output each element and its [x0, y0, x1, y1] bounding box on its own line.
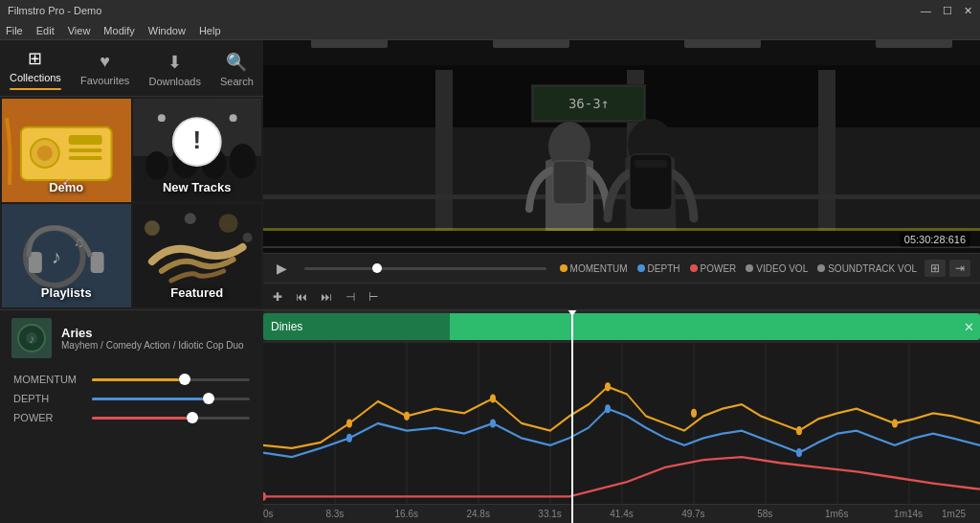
- video-vol-dot: [746, 264, 753, 272]
- momentum-fill: [92, 378, 179, 381]
- legend-depth: DEPTH: [637, 263, 680, 274]
- grid-view-button[interactable]: ⊞: [924, 260, 946, 277]
- favourites-icon: ♥: [100, 52, 110, 72]
- grid-item-playlists[interactable]: ♪ ♫ Playlists: [2, 204, 131, 307]
- tab-favourites[interactable]: ♥ Favourites: [73, 50, 137, 88]
- timeline-controls: ▶ MOMENTUM DEPTH POWER: [263, 253, 980, 284]
- svg-rect-51: [635, 160, 667, 168]
- svg-text:♫: ♫: [74, 235, 83, 250]
- time-1m14: 1m14s: [894, 509, 923, 519]
- tab-downloads[interactable]: ⬇ Downloads: [141, 50, 208, 89]
- in-point-button[interactable]: ⊣: [345, 290, 355, 304]
- legend: MOMENTUM DEPTH POWER VIDEO VOL SOUNDTRAC…: [560, 263, 917, 274]
- svg-point-68: [490, 394, 496, 402]
- legend-momentum-label: MOMENTUM: [570, 263, 628, 274]
- time-1m25: 1m25: [942, 509, 966, 519]
- time-58: 58s: [757, 509, 772, 519]
- menu-help[interactable]: Help: [199, 25, 221, 36]
- legend-soundtrack-vol-label: SOUNDTRACK VOL: [828, 263, 917, 274]
- time-8: 8.3s: [325, 509, 344, 519]
- svg-point-75: [605, 404, 611, 413]
- time-ruler: 0s 8.3s 16.6s 24.8s 33.1s 41.4s 49.7s 58…: [263, 504, 980, 523]
- track-lane: Dinies ✕: [263, 310, 980, 343]
- menu-window[interactable]: Window: [148, 25, 186, 36]
- momentum-track[interactable]: [92, 378, 250, 381]
- svg-point-67: [404, 412, 410, 421]
- tab-search-label: Search: [220, 76, 254, 87]
- expand-button[interactable]: ⇥: [949, 260, 970, 277]
- legend-momentum: MOMENTUM: [560, 263, 628, 274]
- grid-item-demo[interactable]: 🎸 Demo: [2, 99, 131, 202]
- time-0: 0s: [263, 509, 274, 519]
- time-41: 41.4s: [610, 509, 633, 519]
- playlists-label: Playlists: [41, 285, 92, 300]
- playhead-dot[interactable]: [372, 263, 382, 273]
- svg-rect-39: [311, 40, 388, 48]
- main-layout: ⊞ Collections ♥ Favourites ⬇ Downloads 🔍…: [0, 40, 980, 523]
- out-point-button[interactable]: ⊢: [368, 290, 378, 304]
- svg-text:36-3↑: 36-3↑: [568, 96, 609, 111]
- svg-point-71: [796, 426, 802, 435]
- svg-rect-53: [263, 231, 980, 253]
- album-art: ♪: [11, 318, 52, 358]
- collections-icon: ⊞: [28, 48, 42, 69]
- legend-power: POWER: [690, 263, 737, 274]
- maximize-button[interactable]: ☐: [943, 5, 952, 17]
- demo-label: Demo: [49, 180, 83, 194]
- video-frame: 36-3↑: [263, 40, 980, 253]
- play-button[interactable]: ▶: [273, 259, 291, 278]
- power-track[interactable]: [92, 417, 250, 420]
- legend-depth-label: DEPTH: [648, 263, 680, 274]
- svg-rect-48: [553, 161, 587, 204]
- svg-point-66: [346, 419, 352, 427]
- svg-point-14: [157, 114, 165, 122]
- video-timestamp: 05:30:28:616: [900, 232, 970, 247]
- depth-fill: [92, 398, 203, 400]
- close-button[interactable]: ✕: [964, 5, 972, 17]
- grid-item-featured[interactable]: Featured: [133, 204, 262, 307]
- momentum-dot: [560, 264, 568, 272]
- sliders-section: MOMENTUM DEPTH POWER: [0, 366, 263, 441]
- track-segment-label: Dinies: [271, 320, 302, 333]
- collections-grid: 🎸 Demo: [0, 97, 263, 309]
- svg-point-28: [242, 233, 252, 242]
- timeline-actions: ⊞ ⇥: [924, 260, 970, 277]
- sidebar: ⊞ Collections ♥ Favourites ⬇ Downloads 🔍…: [0, 40, 263, 523]
- tab-collections[interactable]: ⊞ Collections: [2, 46, 69, 92]
- track-name: Aries: [61, 326, 244, 340]
- menu-edit[interactable]: Edit: [36, 25, 55, 36]
- track-segment-close[interactable]: ✕: [964, 320, 974, 334]
- svg-point-25: [144, 220, 159, 236]
- momentum-thumb[interactable]: [179, 374, 190, 385]
- svg-text:♪: ♪: [29, 332, 34, 346]
- grid-item-new-tracks[interactable]: ! New Tracks: [133, 99, 262, 202]
- momentum-row: MOMENTUM: [13, 374, 250, 385]
- power-dot: [690, 264, 698, 272]
- tab-favourites-label: Favourites: [80, 75, 129, 86]
- menu-view[interactable]: View: [68, 25, 91, 36]
- playhead-line[interactable]: [304, 267, 546, 270]
- power-thumb[interactable]: [187, 412, 198, 423]
- next-marker-button[interactable]: ⏭: [321, 290, 332, 304]
- svg-rect-37: [818, 70, 835, 253]
- add-marker-button[interactable]: ✚: [273, 290, 282, 304]
- time-49: 49.7s: [681, 509, 704, 519]
- svg-rect-40: [493, 40, 569, 48]
- prev-marker-button[interactable]: ⏮: [296, 290, 307, 304]
- svg-text:♪: ♪: [52, 246, 61, 267]
- titlebar-title: Filmstro Pro - Demo: [8, 5, 101, 16]
- minimize-button[interactable]: —: [921, 5, 931, 17]
- tab-search[interactable]: 🔍 Search: [212, 50, 261, 89]
- menu-modify[interactable]: Modify: [103, 25, 134, 36]
- power-fill: [92, 417, 187, 420]
- depth-dot: [637, 264, 645, 272]
- track-info: Aries Mayhem / Comedy Action / Idiotic C…: [61, 326, 244, 351]
- svg-point-15: [229, 114, 236, 122]
- depth-thumb[interactable]: [203, 393, 214, 404]
- svg-point-74: [490, 419, 496, 427]
- titlebar-controls: — ☐ ✕: [921, 5, 972, 17]
- menubar: File Edit View Modify Window Help: [0, 21, 980, 40]
- depth-track[interactable]: [92, 398, 250, 400]
- menu-file[interactable]: File: [6, 25, 23, 36]
- svg-rect-46: [263, 194, 980, 199]
